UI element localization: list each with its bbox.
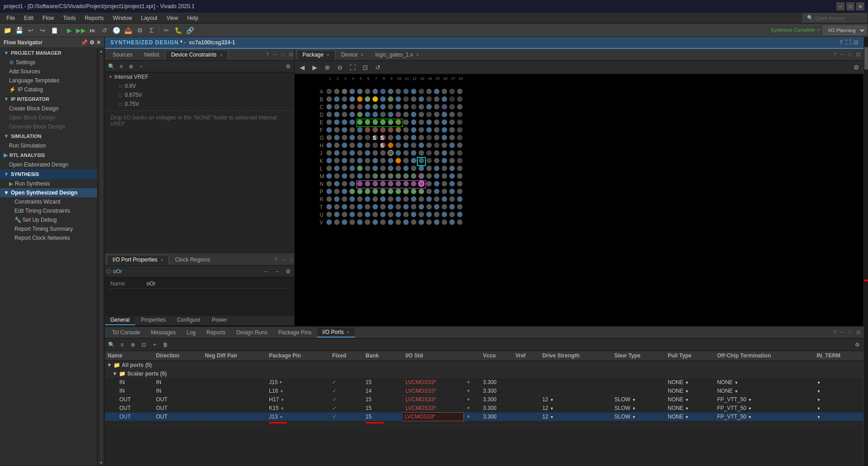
tb-btn-cut2[interactable]: ✂ xyxy=(161,25,172,35)
device-refresh-btn[interactable]: ↺ xyxy=(373,62,383,72)
tb-btn-config[interactable]: ⚙ xyxy=(134,25,145,35)
tb-btn-compile[interactable]: 📥 xyxy=(123,25,133,35)
menu-file[interactable]: File xyxy=(2,14,19,22)
cell-pull-3[interactable]: NONE ▼ xyxy=(665,395,714,404)
table-row[interactable]: OUT OUT H17 ▼ ✓ 15 LVCMOS33* ▼ 3.300 12 … xyxy=(105,395,863,404)
iop-add-btn[interactable]: + xyxy=(150,341,159,349)
iop-filter-btn[interactable]: ≡ xyxy=(118,341,127,349)
tb-btn-run[interactable]: ▶▶ xyxy=(75,25,86,35)
section-header-synthesis[interactable]: ▼ SYNTHESIS xyxy=(0,169,97,179)
cell-interm-1[interactable]: ▼ xyxy=(814,378,863,387)
bottom-tab-messages[interactable]: Messages xyxy=(146,328,181,337)
bottom-tab-io-ports[interactable]: I/O Ports × xyxy=(317,328,355,338)
cell-pull-4[interactable]: NONE ▼ xyxy=(665,404,714,413)
device-fwd-btn[interactable]: ▶ xyxy=(309,62,320,72)
cell-fixed-5[interactable]: ✓ xyxy=(329,413,363,421)
cell-io-std-1[interactable]: LVCMOS33* xyxy=(402,378,463,387)
cell-term-3[interactable]: FP_VTT_50 ▼ xyxy=(714,395,814,404)
cell-fixed-1[interactable]: ✓ xyxy=(329,378,363,387)
cell-fixed-4[interactable]: ✓ xyxy=(329,404,363,413)
iop-search-btn[interactable]: 🔍 xyxy=(107,341,116,349)
cell-pkg-2[interactable]: L16 ▼ xyxy=(266,387,330,395)
main-vertical-scroll[interactable] xyxy=(863,37,868,466)
tab-sources[interactable]: Sources xyxy=(107,50,138,59)
cell-fixed-2[interactable]: ✓ xyxy=(329,387,363,395)
tab-device-close[interactable]: × xyxy=(361,52,363,57)
cell-slew-4[interactable]: SLOW ▼ xyxy=(611,404,665,413)
io-tab-configure[interactable]: Configure xyxy=(171,316,206,325)
nav-open-synth-design[interactable]: ▼ Open Synthesized Design xyxy=(0,188,97,197)
bottom-float-icon[interactable]: ⊡ xyxy=(855,329,862,335)
nav-language-templates[interactable]: Language Templates xyxy=(0,76,97,85)
vref-section-header[interactable]: ▼ Internal VREF xyxy=(105,72,294,81)
nav-set-up-debug[interactable]: 🔧 Set Up Debug xyxy=(0,215,97,224)
flow-nav-settings[interactable]: ⚙ xyxy=(90,39,94,46)
tab-device-constraints-close[interactable]: × xyxy=(220,52,222,57)
vref-0675v[interactable]: □ 0.675V xyxy=(105,90,294,100)
synth-expand-icon[interactable]: ⛶ xyxy=(845,39,851,46)
tb-btn-sim[interactable]: ▶ xyxy=(64,25,75,35)
device-view[interactable]: 1 2 3 4 5 6 7 8 9 10 11 12 13 14 xyxy=(295,74,863,326)
cell-pull-1[interactable]: NONE ▼ xyxy=(665,378,714,387)
tab-package-close[interactable]: × xyxy=(327,52,330,57)
io-tab-power[interactable]: Power xyxy=(206,316,233,325)
table-row[interactable]: IN IN L16 ▼ ✓ 14 LVCMOS33* ▼ 3.300 xyxy=(105,387,863,395)
tab-package[interactable]: Package × xyxy=(297,50,335,60)
device-fit-sel-btn[interactable]: ⊡ xyxy=(360,62,371,72)
tb-redo-btn[interactable]: ↪ xyxy=(37,25,48,35)
io-port-tab-close[interactable]: × xyxy=(160,257,163,262)
io-ports-table-container[interactable]: Name Direction Neg Diff Pair Package Pin… xyxy=(105,351,863,466)
bottom-tab-tcl[interactable]: Tcl Console xyxy=(107,328,146,337)
tab-netlist[interactable]: Netlist xyxy=(138,50,165,59)
tb-btn-link[interactable]: 🔗 xyxy=(184,25,195,35)
cell-term-1[interactable]: NONE ▼ xyxy=(714,378,814,387)
cell-io-std-arrow-2[interactable]: ▼ xyxy=(463,387,480,395)
tb-btn-sigma[interactable]: Σ xyxy=(146,25,157,35)
maximize-button[interactable]: □ xyxy=(846,2,854,10)
io-tab-general[interactable]: General xyxy=(105,316,136,325)
ct-gear-btn[interactable]: ⚙ xyxy=(283,62,292,71)
cell-pkg-3[interactable]: H17 ▼ xyxy=(266,395,330,404)
nav-report-clock[interactable]: Report Clock Networks xyxy=(0,233,97,243)
bottom-tab-log[interactable]: Log xyxy=(181,328,201,337)
menu-edit[interactable]: Edit xyxy=(19,14,38,22)
bottom-max-icon[interactable]: □ xyxy=(847,329,853,335)
tb-btn-debug[interactable]: 🐛 xyxy=(173,25,184,35)
cell-io-std-arrow-5[interactable]: ▼ xyxy=(463,413,480,421)
cell-io-std-5[interactable]: LVCMOS33* xyxy=(402,413,463,421)
device-back-btn[interactable]: ◀ xyxy=(297,62,307,72)
io-help-icon[interactable]: ? xyxy=(273,257,278,262)
tab-float-icon[interactable]: ⊡ xyxy=(288,52,294,57)
synth-help-icon[interactable]: ? xyxy=(840,39,843,46)
layout-dropdown[interactable]: I/O Planning xyxy=(823,26,866,35)
io-prev-btn[interactable]: ← xyxy=(262,267,271,276)
tab-io-port-props[interactable]: I/O Port Properties × xyxy=(107,255,169,265)
table-row[interactable]: OUT OUT K15 ▼ ✓ 15 LVCMOS33* ▼ 3.300 12 … xyxy=(105,404,863,413)
cell-slew-3[interactable]: SLOW ▼ xyxy=(611,395,665,404)
cell-io-std-arrow-1[interactable]: ▼ xyxy=(463,378,480,387)
cell-pkg-4[interactable]: K15 ▼ xyxy=(266,404,330,413)
nav-scroll-up[interactable]: ▲ xyxy=(99,49,103,53)
cell-term-4[interactable]: FP_VTT_50 ▼ xyxy=(714,404,814,413)
cell-io-std-4[interactable]: LVCMOS33* xyxy=(402,404,463,413)
io-next-btn[interactable]: → xyxy=(273,267,282,276)
tab-device[interactable]: Device × xyxy=(335,50,370,59)
device-fit-btn[interactable]: ⛶ xyxy=(347,62,358,72)
menu-reports[interactable]: Reports xyxy=(80,14,108,22)
bottom-min-icon[interactable]: ─ xyxy=(840,329,846,335)
ct-collapse-btn[interactable]: − xyxy=(137,62,146,71)
ct-search-btn[interactable]: 🔍 xyxy=(107,62,116,71)
bottom-help-icon[interactable]: ? xyxy=(832,329,837,335)
close-button[interactable]: ✕ xyxy=(856,2,864,10)
vref-075v[interactable]: □ 0.75V xyxy=(105,100,294,109)
cell-term-5[interactable]: FP_VTT_50 ▼ xyxy=(714,413,814,421)
tab-help-icon[interactable]: ? xyxy=(264,52,270,57)
cell-pull-2[interactable]: NONE ▼ xyxy=(665,387,714,395)
iop-expand-btn[interactable]: ⊕ xyxy=(128,341,137,349)
nav-ip-catalog[interactable]: ⚡ IP Catalog xyxy=(0,85,97,94)
section-header-simulation[interactable]: ▼ SIMULATION xyxy=(0,131,97,141)
device-settings-btn[interactable]: ⚙ xyxy=(851,62,862,72)
tb-copy-btn[interactable]: 📋 xyxy=(49,25,60,35)
nav-constraints-wizard[interactable]: Constraints Wizard xyxy=(0,197,97,206)
nav-scroll-down[interactable]: ▼ xyxy=(99,461,103,465)
